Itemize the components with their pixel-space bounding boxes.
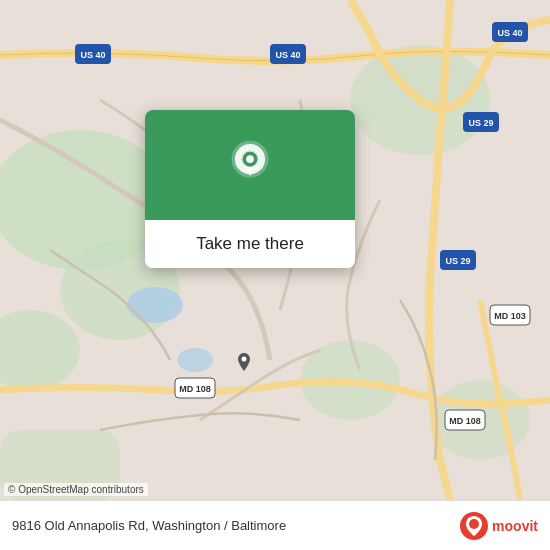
moovit-logo: moovit <box>460 512 538 540</box>
svg-text:US 29: US 29 <box>445 256 470 266</box>
svg-text:MD 103: MD 103 <box>494 311 526 321</box>
map-container: US 40 US 40 US 40 US 29 US 29 MD 108 MD … <box>0 0 550 500</box>
address-label: 9816 Old Annapolis Rd, Washington / Balt… <box>12 518 286 533</box>
svg-point-9 <box>177 348 213 372</box>
osm-credit: © OpenStreetMap contributors <box>4 483 148 496</box>
take-me-there-button[interactable]: Take me there <box>145 220 355 268</box>
svg-text:US 40: US 40 <box>275 50 300 60</box>
map-popup: Take me there <box>145 110 355 268</box>
bottom-bar: 9816 Old Annapolis Rd, Washington / Balt… <box>0 500 550 550</box>
svg-text:US 40: US 40 <box>497 28 522 38</box>
svg-text:MD 108: MD 108 <box>449 416 481 426</box>
popup-header <box>145 110 355 220</box>
svg-point-30 <box>246 155 254 163</box>
location-pin-icon <box>224 139 276 191</box>
svg-point-33 <box>469 519 479 529</box>
map-pin-dot <box>238 353 250 371</box>
svg-point-8 <box>127 287 183 323</box>
svg-text:MD 108: MD 108 <box>179 384 211 394</box>
moovit-icon <box>460 512 488 540</box>
svg-text:US 29: US 29 <box>468 118 493 128</box>
svg-point-31 <box>242 357 247 362</box>
moovit-text: moovit <box>492 518 538 534</box>
svg-text:US 40: US 40 <box>80 50 105 60</box>
